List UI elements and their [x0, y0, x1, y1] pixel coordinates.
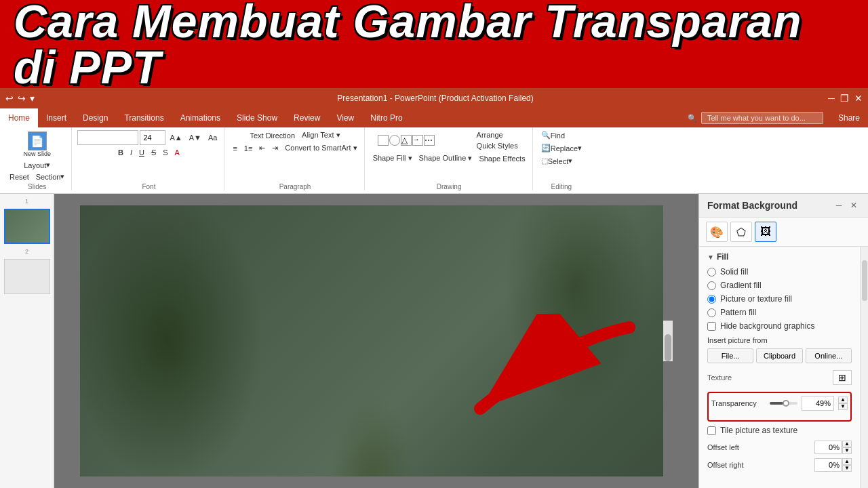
offset-left-decrease[interactable]: ▼	[842, 447, 852, 454]
bold-button[interactable]: B	[115, 148, 126, 157]
transparency-highlighted-row: Transparency ▲ ▼	[707, 392, 852, 422]
undo-icon[interactable]: ↩	[5, 93, 14, 104]
shape-rect[interactable]	[378, 135, 389, 146]
texture-picker-button[interactable]: ⊞	[833, 370, 852, 385]
clear-format-button[interactable]: Aa	[205, 133, 220, 142]
online-button[interactable]: Online...	[806, 348, 852, 363]
canvas-scrollbar-vertical[interactable]	[663, 321, 673, 361]
replace-button[interactable]: 🔄 Replace ▾	[538, 143, 585, 153]
menu-item-design[interactable]: Design	[75, 108, 116, 127]
search-input[interactable]	[701, 112, 823, 124]
panel-scrollbar[interactable]	[860, 247, 868, 488]
panel-tab-shape[interactable]: ⬠	[730, 222, 752, 242]
find-button[interactable]: 🔍 Find	[538, 130, 568, 140]
file-button[interactable]: File...	[707, 348, 753, 363]
section-button[interactable]: Section ▾	[33, 171, 68, 182]
offset-right-increase[interactable]: ▲	[842, 458, 852, 465]
menu-item-animations[interactable]: Animations	[172, 108, 229, 127]
layout-button[interactable]: Layout ▾	[21, 160, 53, 170]
menu-item-nitro[interactable]: Nitro Pro	[362, 108, 410, 127]
strikethrough-button[interactable]: S	[149, 148, 159, 157]
texture-label: Texture	[707, 373, 732, 382]
close-button[interactable]: ✕	[854, 93, 863, 104]
redo-icon[interactable]: ↪	[18, 93, 26, 104]
font-size-input[interactable]	[140, 130, 165, 145]
decrease-indent-button[interactable]: ⇤	[256, 143, 268, 153]
gradient-fill-radio[interactable]	[707, 281, 716, 290]
offset-left-increase[interactable]: ▲	[842, 441, 852, 447]
picture-fill-radio[interactable]	[707, 295, 716, 304]
solid-fill-radio[interactable]	[707, 268, 716, 277]
panel-collapse-button[interactable]: ─	[833, 199, 845, 211]
slide-thumb-1[interactable]	[4, 209, 50, 244]
menu-item-transitions[interactable]: Transitions	[116, 108, 172, 127]
font-color-button[interactable]: A	[172, 148, 182, 157]
increase-indent-button[interactable]: ⇥	[269, 143, 281, 153]
transparency-value-input[interactable]	[802, 396, 834, 411]
slide-canvas[interactable]	[80, 205, 663, 476]
text-direction-button[interactable]: Text Direction	[247, 131, 298, 140]
menu-item-view[interactable]: View	[328, 108, 362, 127]
tile-picture-checkbox[interactable]	[707, 426, 716, 435]
offset-right-decrease[interactable]: ▼	[842, 465, 852, 472]
font-name-input[interactable]	[77, 130, 138, 145]
transparency-decrease-button[interactable]: ▼	[838, 403, 848, 410]
shape-effects-button[interactable]: Shape Effects	[476, 154, 528, 163]
panel-tab-picture[interactable]: 🖼	[755, 222, 776, 242]
minimize-button[interactable]: ─	[828, 93, 835, 104]
menu-item-review[interactable]: Review	[285, 108, 328, 127]
slides-row: 📄 New Slide Layout ▾ Reset Section ▾	[7, 130, 67, 182]
fill-section-arrow[interactable]: ▼	[707, 253, 714, 261]
italic-button[interactable]: I	[127, 148, 135, 157]
picture-fill-option[interactable]: Picture or texture fill	[707, 294, 852, 304]
panel-close-button[interactable]: ✕	[848, 199, 860, 211]
arrange-button[interactable]: Arrange	[474, 130, 521, 140]
transparency-increase-button[interactable]: ▲	[838, 396, 848, 403]
scroll-thumb[interactable]	[665, 334, 671, 361]
panel-title: Format Background	[707, 200, 797, 211]
bullet-list-button[interactable]: ≡	[230, 144, 239, 153]
shape-oval[interactable]	[389, 135, 400, 146]
shadow-button[interactable]: S	[160, 148, 170, 157]
panel-scroll-thumb[interactable]	[862, 260, 867, 301]
decrease-font-button[interactable]: A▼	[186, 133, 204, 142]
drawing-group-label: Drawing	[437, 182, 462, 190]
gradient-fill-option[interactable]: Gradient fill	[707, 281, 852, 290]
solid-fill-option[interactable]: Solid fill	[707, 267, 852, 277]
tile-picture-option[interactable]: Tile picture as texture	[707, 426, 852, 435]
slider-thumb[interactable]	[783, 400, 789, 407]
convert-smartart-button[interactable]: Convert to SmartArt ▾	[282, 143, 359, 153]
numbered-list-button[interactable]: 1≡	[241, 144, 256, 153]
menu-item-slideshow[interactable]: Slide Show	[229, 108, 285, 127]
shape-outline-button[interactable]: Shape Outline ▾	[416, 153, 475, 163]
select-button[interactable]: ⬚ Select ▾	[538, 156, 576, 166]
shape-triangle[interactable]: △	[401, 135, 412, 146]
share-button[interactable]: Share	[830, 108, 868, 127]
main-area: 1 2	[0, 194, 868, 488]
restore-button[interactable]: ❐	[840, 93, 849, 104]
hide-bg-checkbox[interactable]	[707, 322, 716, 331]
shape-fill-button[interactable]: Shape Fill ▾	[370, 153, 415, 163]
red-arrow-annotation	[439, 314, 643, 436]
shape-arrow[interactable]: →	[412, 135, 423, 146]
quick-styles-button[interactable]: Quick Styles	[474, 141, 521, 150]
panel-tab-fill[interactable]: 🎨	[706, 222, 728, 242]
pattern-fill-radio[interactable]	[707, 308, 716, 317]
slide-thumb-2[interactable]	[4, 259, 50, 294]
reset-button[interactable]: Reset	[7, 172, 32, 182]
window-controls: ─ ❐ ✕	[828, 93, 863, 104]
clipboard-button[interactable]: Clipboard	[756, 348, 802, 363]
offset-right-input[interactable]	[814, 458, 842, 472]
menu-item-home[interactable]: Home	[0, 108, 38, 127]
menu-item-insert[interactable]: Insert	[38, 108, 75, 127]
pattern-fill-option[interactable]: Pattern fill	[707, 308, 852, 317]
shape-more[interactable]: ⋯	[424, 135, 435, 146]
transparency-slider[interactable]	[770, 402, 797, 405]
align-text-button[interactable]: Align Text ▾	[299, 130, 343, 140]
increase-font-button[interactable]: A▲	[167, 133, 184, 142]
hide-background-option[interactable]: Hide background graphics	[707, 321, 852, 331]
underline-button[interactable]: U	[136, 148, 147, 157]
customize-quick-access-icon[interactable]: ▾	[30, 93, 35, 104]
new-slide-button[interactable]: 📄 New Slide	[20, 130, 54, 159]
offset-left-input[interactable]	[814, 441, 842, 454]
